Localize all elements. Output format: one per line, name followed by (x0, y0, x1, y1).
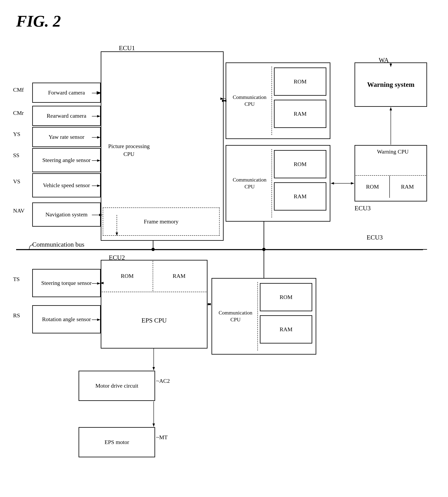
yaw-rate-box: Yaw rate sensor (32, 127, 101, 147)
cmf-label: CMf (13, 87, 24, 93)
mt-label: ~MT (156, 434, 168, 441)
steering-torque-box: Steering torque sensor (32, 269, 101, 297)
eps-ram-box: RAM (153, 261, 205, 291)
vehicle-speed-box: Vehicle speed sensor (32, 173, 101, 197)
ecu3-label2: ECU3 (354, 205, 371, 212)
page-title: FIG. 2 (16, 12, 61, 31)
ac2-label: ~AC2 (156, 378, 170, 384)
warning-system-box: Warning system (354, 63, 427, 107)
forward-camera-box: Forward camera (32, 83, 101, 103)
rom2-box: ROM (274, 150, 326, 178)
comm-bus-label: Communication bus (32, 241, 84, 248)
navigation-box: Navigation system (32, 202, 101, 227)
svg-point-32 (262, 248, 266, 251)
rearward-camera-box: Rearward camera (32, 106, 101, 126)
ram-ecu3-box: RAM (390, 176, 425, 198)
eps-cpu-text: EPS CPU (102, 294, 207, 347)
ecu1-label: ECU1 (119, 44, 135, 52)
rs-label: RS (13, 312, 20, 319)
rom1-box: ROM (274, 67, 326, 96)
eps-motor-box: EPS motor (79, 427, 155, 457)
comm-cpu3-text: Communication CPU (213, 282, 258, 351)
picture-cpu-text: Picture processing CPU (105, 85, 153, 216)
ys-label: YS (13, 131, 20, 137)
eps-rom-box: ROM (102, 261, 153, 291)
vs-label: VS (13, 178, 20, 185)
motor-drive-box: Motor drive circuit (79, 371, 155, 401)
rom-ecu3-box: ROM (355, 176, 390, 198)
steering-angle-box: Steering angle sensor (32, 148, 101, 172)
cmr-label: CMr (13, 110, 24, 116)
ts-label: TS (13, 276, 20, 282)
ram1-box: RAM (274, 100, 326, 128)
ram2-box: RAM (274, 182, 326, 210)
nav-label: NAV (13, 208, 25, 214)
rotation-angle-box: Rotation angle sensor (32, 305, 101, 333)
ram3-box: RAM (260, 315, 312, 343)
svg-point-34 (151, 248, 155, 251)
warning-cpu-text: Warning CPU (356, 148, 429, 155)
ecu3-label: ECU3 (367, 234, 383, 241)
rom3-box: ROM (260, 283, 312, 311)
comm-cpu2-text: Communication CPU (228, 149, 272, 218)
frame-memory-box: Frame memory (103, 208, 220, 236)
comm-cpu1-text: Communication CPU (228, 66, 272, 135)
ss-label: SS (13, 152, 19, 159)
